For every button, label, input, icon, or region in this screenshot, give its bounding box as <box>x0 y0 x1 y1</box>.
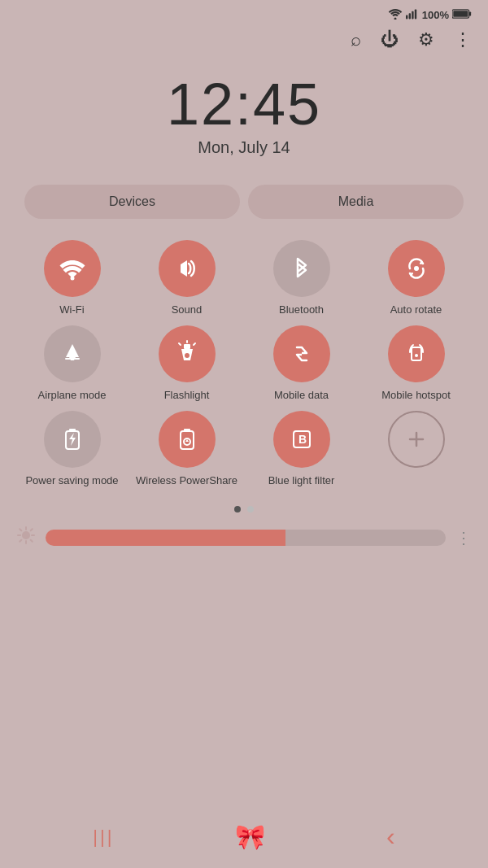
bottom-nav: ||| 🎀 ‹ <box>0 809 488 868</box>
svg-point-10 <box>414 266 419 271</box>
signal-icon <box>406 8 419 22</box>
toggle-powersaving[interactable]: Power saving mode <box>16 411 128 488</box>
svg-rect-4 <box>415 9 416 19</box>
brightness-row: ⋮ <box>0 517 488 558</box>
svg-line-35 <box>31 539 33 541</box>
settings-button[interactable]: ⚙ <box>418 29 434 50</box>
svg-line-36 <box>31 529 33 530</box>
mobiledata-label: Mobile data <box>274 389 329 403</box>
tab-row: Devices Media <box>0 165 488 232</box>
svg-line-37 <box>20 539 21 541</box>
svg-point-19 <box>415 354 418 357</box>
nav-home[interactable]: 🎀 <box>235 822 265 851</box>
svg-point-8 <box>70 277 74 281</box>
sound-icon-circle <box>159 240 216 297</box>
svg-line-34 <box>20 529 21 530</box>
clock-date: Mon, July 14 <box>0 138 488 157</box>
svg-rect-23 <box>184 429 190 432</box>
bluelightfilter-label: Blue light filter <box>268 474 335 488</box>
toggle-wirelesspowershare[interactable]: Wireless PowerShare <box>131 411 242 488</box>
wirelesspowershare-label: Wireless PowerShare <box>136 474 237 488</box>
powersaving-icon-circle <box>44 411 101 468</box>
nav-back[interactable]: ‹ <box>386 822 395 852</box>
toggle-wifi[interactable]: Wi-Fi <box>16 240 128 317</box>
toggle-add[interactable] <box>360 411 472 488</box>
toggle-mobilehotspot[interactable]: Mobile hotspot <box>360 325 472 403</box>
toggle-bluetooth[interactable]: Bluetooth <box>246 240 357 317</box>
svg-point-0 <box>394 18 396 20</box>
svg-rect-11 <box>184 344 190 349</box>
bluelightfilter-icon-circle: B <box>273 411 330 468</box>
dot-2 <box>247 506 254 513</box>
toggle-grid: Wi-Fi Sound Bluetooth <box>0 232 488 496</box>
bluetooth-label: Bluetooth <box>279 303 324 317</box>
mobilehotspot-label: Mobile hotspot <box>381 389 451 403</box>
airplane-label: Airplane mode <box>38 389 107 403</box>
flashlight-icon-circle <box>159 325 216 382</box>
clock-section: 12:45 Mon, July 14 <box>0 59 488 165</box>
mobiledata-icon-circle <box>273 325 330 382</box>
battery-icon <box>452 8 472 22</box>
wifi-label: Wi-Fi <box>59 303 84 317</box>
svg-text:B: B <box>298 433 307 446</box>
svg-rect-1 <box>406 15 407 20</box>
svg-point-29 <box>22 531 30 539</box>
toggle-airplane[interactable]: Airplane mode <box>16 325 128 403</box>
flashlight-label: Flashlight <box>164 389 210 403</box>
bluetooth-icon-circle <box>273 240 330 297</box>
airplane-icon-circle <box>44 325 101 382</box>
brightness-more-icon[interactable]: ⋮ <box>455 528 472 547</box>
autorotate-label: Auto rotate <box>390 303 442 317</box>
more-button[interactable]: ⋮ <box>454 29 472 50</box>
svg-line-14 <box>179 343 181 345</box>
brightness-slider[interactable] <box>46 530 446 546</box>
tab-media[interactable]: Media <box>248 185 464 219</box>
dot-1 <box>234 506 241 513</box>
sound-label: Sound <box>172 303 203 317</box>
nav-recents[interactable]: ||| <box>93 827 114 848</box>
powersaving-label: Power saving mode <box>25 474 118 488</box>
autorotate-icon-circle <box>388 240 445 297</box>
toggle-bluelightfilter[interactable]: B Blue light filter <box>246 411 357 488</box>
tab-devices[interactable]: Devices <box>24 185 240 219</box>
battery-text: 100% <box>422 9 449 21</box>
toggle-sound[interactable]: Sound <box>131 240 242 317</box>
svg-marker-9 <box>181 260 187 277</box>
pagination-dots <box>0 496 488 517</box>
svg-rect-7 <box>453 11 468 17</box>
svg-rect-2 <box>408 13 410 19</box>
brightness-icon <box>16 526 36 550</box>
toggle-mobiledata[interactable]: Mobile data <box>246 325 357 403</box>
add-icon-circle <box>388 411 445 468</box>
wirelesspowershare-icon-circle <box>159 411 216 468</box>
quick-actions-bar: ⌕ ⏻ ⚙ ⋮ <box>0 26 488 59</box>
mobilehotspot-icon-circle <box>388 325 445 382</box>
svg-point-12 <box>185 353 190 358</box>
search-button[interactable]: ⌕ <box>351 29 361 50</box>
svg-line-15 <box>194 343 195 345</box>
svg-rect-6 <box>469 11 471 15</box>
wifi-status-icon <box>388 8 403 22</box>
toggle-autorotate[interactable]: Auto rotate <box>360 240 472 317</box>
status-bar: 100% <box>0 0 488 26</box>
wifi-icon-circle <box>44 240 101 297</box>
toggle-flashlight[interactable]: Flashlight <box>131 325 242 403</box>
svg-rect-21 <box>69 429 76 432</box>
clock-time: 12:45 <box>0 75 488 133</box>
svg-rect-3 <box>412 11 413 20</box>
power-button[interactable]: ⏻ <box>381 29 399 50</box>
